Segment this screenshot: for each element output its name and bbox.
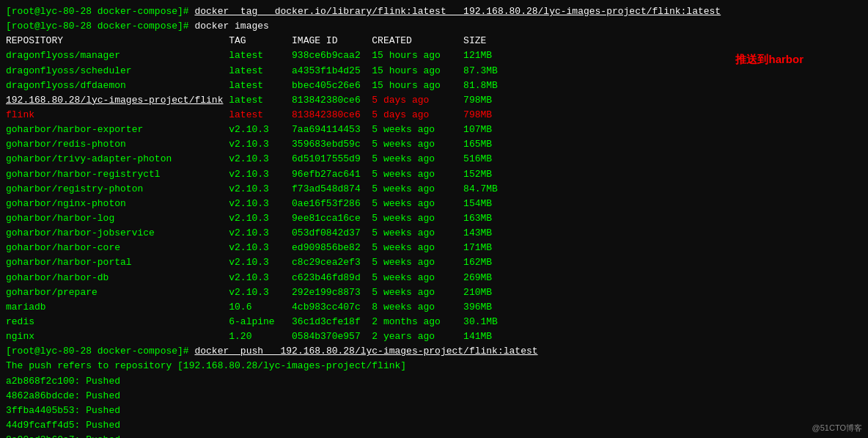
list-item: goharbor/harbor-portal v2.10.3 c8c29cea2… [6,255,862,270]
list-item: goharbor/redis-photon v2.10.3 359683ebd5… [6,137,862,152]
list-item: goharbor/harbor-db v2.10.3 c623b46fd89d … [6,271,862,285]
list-item: goharbor/harbor-exporter v2.10.3 7aa6941… [6,123,862,137]
table-header: REPOSITORY TAG IMAGE ID CREATED SIZE [6,34,862,48]
list-item: goharbor/harbor-log v2.10.3 9ee81cca16ce… [6,211,862,226]
cmd-push: [root@lyc-80-28 docker-compose]# docker … [6,344,862,359]
list-item: goharbor/trivy-adapter-photon v2.10.3 6d… [6,152,862,167]
cmd-line-2: [root@lyc-80-28 docker-compose]# docker … [6,19,862,34]
push-layer: 44d9fcaff4d5: Pushed [6,418,862,433]
push-layer: 3ffba4405b53: Pushed [6,404,862,418]
list-item: goharbor/registry-photon v2.10.3 f73ad54… [6,182,862,197]
list-item: goharbor/harbor-core v2.10.3 ed909856be8… [6,241,862,255]
list-item: dragonflyoss/scheduler latest a4353f1b4d… [6,64,862,79]
push-layer: 4862a86bdcde: Pushed [6,389,862,404]
list-item: goharbor/harbor-registryctl v2.10.3 96ef… [6,167,862,182]
list-item: goharbor/nginx-photon v2.10.3 0ae16f53f2… [6,197,862,211]
list-item: redis 6-alpine 36c1d3cfe18f 2 months ago… [6,315,862,329]
list-item: mariadb 10.6 4cb983cc407c 8 weeks ago 39… [6,300,862,315]
list-item-flink: flink latest 813842380ce6 5 days ago 798… [6,108,862,123]
list-item: goharbor/prepare v2.10.3 292e199c8873 5 … [6,285,862,300]
push-layer: 8a00ad3b60a7: Pushed [6,433,862,438]
list-item: nginx 1.20 0584b370e957 2 years ago 141M… [6,329,862,344]
cmd-line-1: [root@lyc-80-28 docker-compose]# docker … [6,4,862,19]
list-item: dragonflyoss/manager latest 938ce6b9caa2… [6,48,862,63]
list-item-highlight: 192.168.80.28/lyc-images-project/flink l… [6,93,862,108]
terminal: [root@lyc-80-28 docker-compose]# docker … [0,0,868,438]
push-layer: a2b868f2c100: Pushed [6,374,862,389]
push-info: The push refers to repository [192.168.8… [6,359,862,373]
list-item: goharbor/harbor-jobservice v2.10.3 053df… [6,226,862,241]
annotation-label: 推送到harbor [735,53,803,67]
list-item: dragonflyoss/dfdaemon latest bbec405c26e… [6,79,862,93]
watermark: @51CTO博客 [812,423,862,434]
